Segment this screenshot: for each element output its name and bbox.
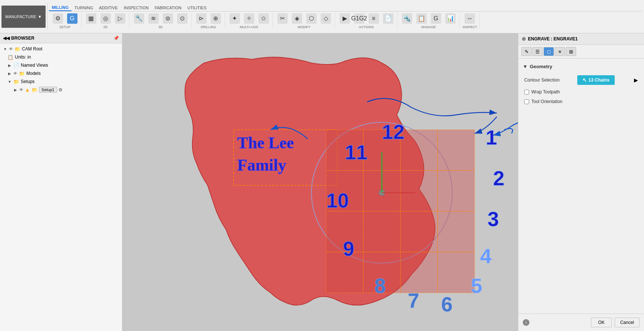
tab-additive[interactable]: ADDITIVE — [96, 4, 121, 11]
actions-icon-btn-1[interactable]: ▶ — [338, 12, 351, 25]
modify-icon-4: ◇ — [321, 13, 331, 24]
3d-group-label: 3D — [158, 25, 163, 29]
ribbon-group-inspect: ↔ INSPECT — [460, 12, 480, 29]
modify-icon-btn-1[interactable]: ✂ — [276, 12, 289, 25]
info-icon[interactable]: i — [523, 319, 529, 326]
panel-footer: i OK Cancel — [518, 314, 644, 331]
3d-icon-4: ⊙ — [177, 13, 188, 24]
modify-icon-3: ⬡ — [306, 13, 317, 24]
viewport[interactable]: The Lee Family 1 — [122, 33, 518, 331]
setup-icon-btn[interactable]: ⚙ — [51, 12, 65, 25]
3d-icon-btn-3[interactable]: ⊜ — [161, 12, 175, 25]
chains-button[interactable]: ↖ 13 Chains — [577, 75, 615, 85]
3d-icon-btn-2[interactable]: ≋ — [147, 12, 160, 25]
tree-item-setup1[interactable]: ▶ 👁 ▲ 📁 Setup1 ⊙ — [0, 86, 122, 94]
panel-tab-passes[interactable]: ⊞ — [566, 47, 576, 56]
setup1-eye-icon[interactable]: 👁 — [19, 87, 23, 92]
manufacture-button[interactable]: MANUFACTURE ▼ — [1, 6, 46, 28]
tree-item-setups[interactable]: ▼ 📁 Setups — [0, 77, 122, 86]
panel-tab-tool[interactable]: ✎ — [521, 47, 532, 56]
ribbon-group-actions: ▶ G1G2 ≡ 📄 ACTIONS — [336, 12, 397, 29]
panel-tab-geometry[interactable]: ◻ — [544, 47, 554, 56]
tool-orientation-checkbox[interactable] — [524, 99, 529, 104]
sidebar-pin-icon[interactable]: 📌 — [113, 36, 119, 41]
clock-num-3: 3 — [488, 208, 499, 231]
geometry-section-header[interactable]: ▼ Geometry — [523, 62, 640, 72]
2d-icon-btn-1[interactable]: ▦ — [85, 12, 98, 25]
3d-icon-btn-4[interactable]: ⊙ — [176, 12, 189, 25]
geometry-content: Contour Selection ↖ 13 Chains ▶ Wrap Too… — [523, 72, 640, 108]
tool-orientation-row: Tool Orientation — [523, 97, 640, 106]
2d-icon-btn-3[interactable]: ▷ — [113, 12, 127, 25]
clock-num-1: 1 — [486, 126, 497, 149]
geometry-label: Geometry — [530, 64, 552, 69]
2d-group-label: 2D — [103, 25, 108, 29]
tab-turning[interactable]: TURNING — [72, 4, 96, 11]
ribbon-group-setup: ⚙ G SETUP — [49, 12, 82, 29]
actions-icon-btn-2[interactable]: G1G2 — [353, 12, 366, 25]
multiaxis-icon-2: ✧ — [244, 13, 254, 24]
setup-new-icon-btn[interactable]: G — [66, 12, 79, 25]
grid-cell-11 — [400, 211, 437, 252]
models-icon: 📁 — [19, 70, 25, 76]
wrap-toolpath-checkbox[interactable] — [524, 90, 529, 95]
sidebar-back-icon[interactable]: ◀◀ — [3, 36, 10, 41]
top-bar: MANUFACTURE ▼ MILLING TURNING ADDITIVE I… — [0, 0, 644, 33]
actions-icon-btn-4[interactable]: 📄 — [382, 12, 395, 25]
multiaxis-icon-3: ✩ — [258, 13, 269, 24]
models-arrow: ▶ — [7, 71, 12, 76]
ribbon-group-drilling: ⊳ ⊕ DRILLING — [192, 12, 225, 29]
wrap-toolpath-label: Wrap Toolpath — [531, 89, 560, 95]
tree-item-camroot[interactable]: ▼ 👁 📁 CAM Root — [0, 45, 122, 53]
chains-expand-arrow[interactable]: ▶ — [634, 77, 638, 83]
camroot-eye-icon[interactable]: 👁 — [9, 47, 13, 51]
actions-icon-btn-3[interactable]: ≡ — [367, 12, 380, 25]
tab-milling[interactable]: MILLING — [49, 4, 72, 11]
divider — [47, 4, 47, 30]
multiaxis-icon-btn-3[interactable]: ✩ — [257, 12, 270, 25]
panel-tab-holders[interactable]: ☰ — [532, 47, 543, 56]
clock-num-2: 2 — [493, 167, 505, 190]
namedviews-label: Named Views — [21, 63, 48, 68]
manage-icon-btn-4[interactable]: 📊 — [444, 12, 457, 25]
tree-item-units[interactable]: 📋 Units: in — [0, 53, 122, 61]
3d-icon-btn-1[interactable]: 🔧 — [132, 12, 146, 25]
2d-icon-btn-2[interactable]: ◎ — [99, 12, 112, 25]
manage-icon-btn-1[interactable]: 🔩 — [400, 12, 414, 25]
inspect-group-label: INSPECT — [463, 25, 477, 29]
3d-icon-3: ⊜ — [163, 13, 173, 24]
multiaxis-icon-btn-2[interactable]: ✧ — [242, 12, 256, 25]
camroot-folder-icon: 📁 — [14, 46, 20, 52]
drill-icon-btn-2[interactable]: ⊕ — [209, 12, 222, 25]
inspect-icon-btn-1[interactable]: ↔ — [463, 12, 476, 25]
drilling-group-label: DRILLING — [201, 25, 216, 29]
chains-label: 13 Chains — [588, 77, 610, 83]
2d-icon-2: ◎ — [100, 13, 111, 24]
manage-icon-btn-3[interactable]: G — [429, 12, 443, 25]
panel-status-dot — [522, 37, 526, 41]
tab-inspection[interactable]: INSPECTION — [121, 4, 152, 11]
modify-icon-btn-3[interactable]: ⬡ — [305, 12, 318, 25]
modify-icon-btn-4[interactable]: ◇ — [319, 12, 333, 25]
models-eye-icon[interactable]: 👁 — [13, 71, 17, 76]
tree-item-namedviews[interactable]: ▶ 📄 Named Views — [0, 61, 122, 69]
tree-item-models[interactable]: ▶ 👁 📁 Models — [0, 69, 122, 77]
grid-cell-4 — [437, 130, 475, 171]
viewport-svg: The Lee Family 1 — [122, 33, 518, 331]
modify-icon-btn-2[interactable]: ◈ — [290, 12, 304, 25]
panel-tab-heights[interactable]: ≡ — [555, 47, 565, 56]
cancel-button[interactable]: Cancel — [615, 318, 640, 327]
manage-icon-btn-2[interactable]: 📋 — [415, 12, 428, 25]
modify-icon-1: ✂ — [277, 13, 288, 24]
drill-icon-1: ⊳ — [196, 13, 207, 24]
setup-group-label: SETUP — [59, 25, 70, 29]
clock-num-12: 12 — [382, 120, 404, 143]
ok-button[interactable]: OK — [591, 318, 611, 327]
multiaxis-icon-btn-1[interactable]: ✦ — [228, 12, 241, 25]
annotation-arrow-2 — [504, 129, 513, 133]
setups-icon: 📁 — [13, 79, 19, 85]
footer-buttons: OK Cancel — [591, 318, 640, 327]
drill-icon-btn-1[interactable]: ⊳ — [195, 12, 208, 25]
tab-fabrication[interactable]: FABRICATION — [152, 4, 185, 11]
tab-utilities[interactable]: UTILITIES — [184, 4, 209, 11]
